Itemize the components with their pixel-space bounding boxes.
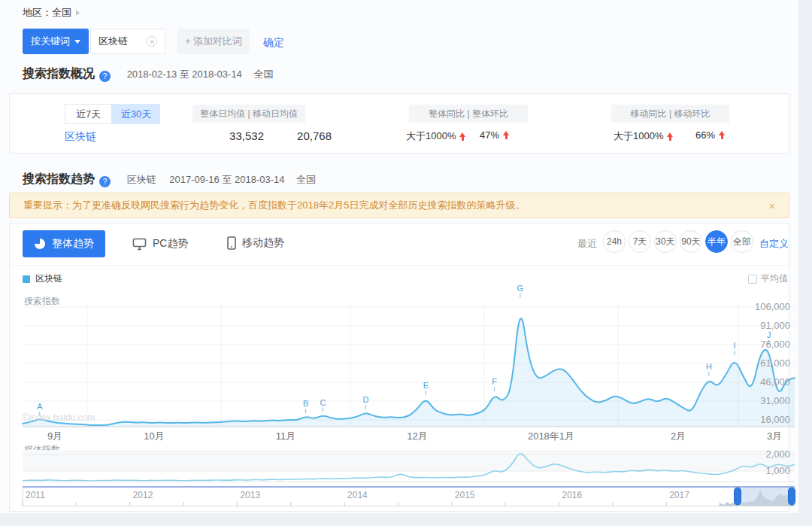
overall-mom-value: 47%: [480, 129, 499, 141]
x-axis-tick: 9月: [47, 430, 62, 443]
up-arrow-icon: [719, 131, 726, 139]
up-arrow-icon: [667, 132, 674, 141]
range-option-30天[interactable]: 30天: [654, 230, 677, 253]
add-compare-button[interactable]: + 添加对比词: [177, 29, 250, 54]
overall-daily-avg-value: 33,532: [204, 129, 264, 142]
x-axis-labels: 9月10月11月12月2018年1月2月3月: [23, 430, 795, 442]
legend-item[interactable]: 区块链: [23, 272, 62, 285]
overview-title: 搜索指数概况: [23, 67, 95, 80]
keyword-value: 区块链: [98, 35, 128, 48]
data-point-label-F: F: [492, 377, 497, 386]
pie-chart-icon: [34, 238, 46, 250]
tab-overall-trend[interactable]: 整体趋势: [23, 230, 105, 257]
overview-card: 近7天 近30天 整体日均值 | 移动日均值 整体同比 | 整体环比 移动同比 …: [9, 93, 789, 154]
tab-pc-trend[interactable]: PC趋势: [132, 237, 188, 251]
trend-header: 搜索指数趋势? 区块链 2017-09-16 至 2018-03-14 全国: [23, 172, 316, 187]
overview-keyword-link[interactable]: 区块链: [65, 130, 96, 144]
x-axis-tick: 3月: [767, 430, 782, 443]
up-arrow-icon: [459, 132, 466, 141]
mobile-mom-value: 66%: [695, 129, 715, 141]
divider: [10, 265, 789, 266]
tab-last-30-days[interactable]: 近30天: [112, 104, 160, 124]
clear-keyword-icon[interactable]: [147, 36, 157, 47]
range-option-24h[interactable]: 24h: [603, 230, 626, 253]
page-sheet: 地区：全国 按关键词 区块链 + 添加对比词 确定 搜索指数概况? 2018-0…: [0, 0, 798, 513]
data-point-label-E: E: [423, 381, 429, 390]
monitor-icon: [132, 238, 147, 251]
x-axis-tick: 10月: [144, 430, 164, 443]
x-axis-tick: 2月: [671, 430, 686, 443]
region-value[interactable]: 全国: [52, 7, 71, 18]
average-label: 平均值: [761, 272, 788, 285]
overall-yoy-value: 大于1000%: [406, 129, 456, 143]
tab-mobile-label: 移动趋势: [242, 236, 284, 250]
range-options: 24h7天30天90天半年全部: [603, 230, 753, 253]
tab-overall-label: 整体趋势: [52, 237, 94, 251]
mobile-mom-cell: 66%: [695, 129, 726, 141]
overview-date-range: 2018-02-13 至 2018-03-14: [127, 68, 242, 80]
data-point-label-G: G: [517, 284, 524, 293]
data-point-label-I: I: [734, 341, 736, 350]
header-overall-compare: 整体同比 | 整体环比: [409, 105, 528, 123]
legend-label: 区块链: [35, 272, 62, 285]
notice-bar: 重要提示：为了更准确反映网民搜索行为趋势变化，百度指数于2018年2月5日完成对…: [9, 193, 789, 218]
legend-swatch: [23, 275, 30, 283]
range-option-半年[interactable]: 半年: [705, 230, 728, 253]
data-point-label-C: C: [320, 398, 326, 407]
search-index-chart[interactable]: ABCDEFGHIJ: [23, 292, 795, 427]
x-axis-tick: 12月: [407, 430, 427, 443]
confirm-button[interactable]: 确定: [263, 36, 284, 50]
region-bar: 地区：全国: [23, 6, 80, 20]
add-compare-label: + 添加对比词: [185, 35, 242, 48]
up-arrow-icon: [503, 131, 510, 139]
region-label: 地区：: [23, 7, 52, 18]
trend-region: 全国: [296, 174, 316, 185]
chevron-down-icon: [74, 40, 80, 44]
watermark: ©index.baidu.com: [23, 412, 95, 423]
x-axis-tick: 2018年1月: [528, 430, 574, 443]
tab-last-7-days[interactable]: 近7天: [65, 104, 112, 124]
mobile-daily-avg-value: 20,768: [271, 129, 332, 142]
trend-title: 搜索指数趋势: [23, 172, 95, 185]
tab-pc-label: PC趋势: [153, 237, 188, 251]
phone-icon: [227, 236, 236, 250]
timeline-navigator[interactable]: [23, 486, 795, 506]
range-option-全部[interactable]: 全部: [731, 230, 753, 253]
keyword-input[interactable]: 区块链: [90, 29, 165, 54]
data-point-label-J: J: [767, 330, 771, 339]
x-axis-tick: 11月: [276, 430, 296, 443]
range-option-7天[interactable]: 7天: [629, 230, 651, 253]
overall-yoy-cell: 大于1000%: [406, 129, 466, 143]
header-mobile-compare: 移动同比 | 移动环比: [611, 105, 729, 123]
help-icon[interactable]: ?: [99, 176, 111, 187]
media-index-chart[interactable]: [23, 450, 795, 483]
data-point-label-D: D: [362, 395, 368, 404]
data-point-label-H: H: [706, 362, 712, 371]
header-daily-avg: 整体日均值 | 移动日均值: [192, 105, 305, 123]
keyword-type-button[interactable]: 按关键词: [23, 29, 89, 54]
range-option-90天[interactable]: 90天: [680, 230, 702, 253]
data-point-label-A: A: [37, 402, 43, 411]
notice-text: 重要提示：为了更准确反映网民搜索行为趋势变化，百度指数于2018年2月5日完成对…: [23, 199, 525, 212]
region-expand-icon[interactable]: [76, 10, 80, 16]
trend-keyword: 区块链: [127, 174, 156, 185]
overall-mom-cell: 47%: [480, 129, 510, 141]
overview-region: 全国: [253, 68, 273, 80]
mobile-yoy-value: 大于1000%: [614, 129, 663, 143]
overview-header: 搜索指数概况? 2018-02-13 至 2018-03-14 全国: [23, 66, 273, 82]
average-toggle[interactable]: 平均值: [748, 272, 788, 285]
help-icon[interactable]: ?: [99, 71, 111, 82]
tab-mobile-trend[interactable]: 移动趋势: [227, 236, 284, 250]
close-icon[interactable]: ×: [768, 199, 775, 212]
range-custom-link[interactable]: 自定义: [759, 237, 789, 251]
navigator-right-handle[interactable]: [789, 488, 795, 505]
mobile-yoy-cell: 大于1000%: [614, 129, 674, 143]
checkbox-icon[interactable]: [748, 275, 757, 284]
trend-date-range: 2017-09-16 至 2018-03-14: [169, 174, 284, 185]
keyword-type-label: 按关键词: [31, 35, 70, 48]
data-point-label-B: B: [303, 399, 308, 408]
range-label: 最近: [577, 237, 597, 251]
navigator-left-handle[interactable]: [735, 488, 741, 505]
